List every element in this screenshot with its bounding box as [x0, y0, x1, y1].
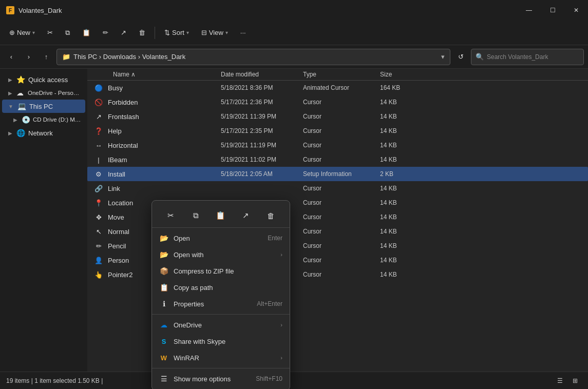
file-row[interactable]: ↗ Frontslash 5/19/2021 11:39 PM Cursor 1… — [87, 109, 588, 124]
file-icon: ✏ — [93, 241, 104, 251]
ctx-compress-zip-item[interactable]: 📦 Compress to ZIP file — [152, 263, 290, 279]
search-box[interactable]: 🔍 Search Volantes_Dark — [471, 49, 584, 65]
ctx-compress-icon: 📦 — [159, 266, 168, 276]
sidebar-item-onedrive[interactable]: ▶ ☁ OneDrive - Personal — [2, 86, 85, 100]
status-bar: 19 items | 1 item selected 1.50 KB | ☰ ⊞ — [0, 372, 588, 389]
ctx-onedrive-item[interactable]: ☁ OneDrive › — [152, 317, 290, 333]
file-type: Animated Cursor — [303, 84, 380, 91]
file-size: 14 KB — [380, 156, 421, 163]
ctx-winrar-item[interactable]: W WinRAR › — [152, 349, 290, 366]
file-size: 2 KB — [380, 170, 421, 178]
file-icon: 👆 — [93, 269, 104, 280]
ctx-copy-path-label: Copy as path — [174, 284, 282, 291]
file-type: Setup Information — [303, 170, 380, 178]
refresh-button[interactable]: ↺ — [453, 50, 468, 64]
view-button[interactable]: ⊟ View ▾ — [196, 26, 233, 40]
ctx-winrar-arrow-icon: › — [280, 355, 282, 361]
file-date: 5/17/2021 2:35 PM — [221, 127, 303, 134]
col-size-header[interactable]: Size — [380, 71, 421, 78]
file-row[interactable]: ❓ Help 5/17/2021 2:35 PM Cursor 14 KB — [87, 124, 588, 138]
ctx-more-options-item[interactable]: ☰ Show more options Shift+F10 — [152, 371, 290, 387]
ctx-copy-button[interactable]: ⧉ — [187, 207, 204, 224]
new-icon: ⊕ — [9, 29, 15, 36]
ctx-open-with-arrow-icon: › — [280, 251, 282, 258]
file-date: 5/17/2021 2:36 PM — [221, 99, 303, 106]
ctx-open-with-item[interactable]: 📂 Open with › — [152, 246, 290, 263]
ctx-properties-item[interactable]: ℹ Properties Alt+Enter — [152, 296, 290, 312]
cut-button[interactable]: ✂ — [42, 26, 58, 40]
sidebar-item-quick-access[interactable]: ▶ ⭐ Quick access — [2, 73, 85, 86]
delete-button[interactable]: 🗑 — [134, 26, 150, 40]
sidebar-item-cd-drive[interactable]: ▶ 💿 CD Drive (D:) Mobile... — [2, 113, 85, 126]
minimize-button[interactable]: — — [517, 0, 541, 21]
delete-icon: 🗑 — [139, 29, 145, 36]
ctx-open-label: Open — [174, 235, 262, 242]
file-size: 14 KB — [380, 271, 421, 278]
new-button[interactable]: ⊕ New ▾ — [4, 26, 40, 40]
share-icon: ↗ — [121, 29, 126, 36]
ctx-winrar-icon: W — [159, 353, 168, 362]
ctx-delete-button[interactable]: 🗑 — [262, 207, 280, 224]
file-size: 14 KB — [380, 228, 421, 235]
file-name: Horizontal — [108, 142, 221, 149]
address-input[interactable]: 📁 This PC › Downloads › Volantes_Dark ▾ — [56, 49, 450, 65]
status-bar-right: ☰ ⊞ — [553, 374, 582, 387]
ctx-skype-item[interactable]: S Share with Skype — [152, 333, 290, 349]
more-button[interactable]: ··· — [235, 26, 251, 40]
file-size: 14 KB — [380, 113, 421, 120]
ctx-delete-icon: 🗑 — [267, 211, 275, 220]
ctx-paste-button[interactable]: 📋 — [212, 207, 230, 224]
file-row[interactable]: 🔗 Link Cursor 14 KB — [87, 181, 588, 196]
app-icon: F — [6, 6, 14, 14]
forward-button[interactable]: › — [22, 50, 36, 64]
back-button[interactable]: ‹ — [4, 50, 18, 64]
rename-button[interactable]: ✏ — [98, 26, 113, 40]
paste-button[interactable]: 📋 — [77, 26, 96, 40]
col-type-header[interactable]: Type — [303, 71, 380, 78]
file-size: 14 KB — [380, 185, 421, 192]
close-button[interactable]: ✕ — [564, 0, 588, 21]
sort-icon: ⇅ — [164, 29, 170, 36]
sidebar-item-network[interactable]: ▶ 🌐 Network — [2, 126, 85, 140]
ctx-properties-icon: ℹ — [159, 299, 168, 308]
up-button[interactable]: ↑ — [39, 50, 53, 64]
ctx-copy-path-item[interactable]: 📋 Copy as path — [152, 279, 290, 296]
file-name: Help — [108, 127, 221, 135]
file-type: Cursor — [303, 127, 380, 134]
ctx-open-item[interactable]: 📂 Open Enter — [152, 230, 290, 246]
context-menu-icon-bar: ✂ ⧉ 📋 ↗ 🗑 — [152, 204, 290, 228]
sidebar-item-this-pc[interactable]: ▼ 💻 This PC — [2, 100, 85, 113]
grid-view-button[interactable]: ⊞ — [568, 374, 582, 387]
ctx-share-button[interactable]: ↗ — [237, 207, 255, 224]
file-row-install[interactable]: ⚙ Install 5/18/2021 2:05 AM Setup Inform… — [87, 167, 588, 181]
sort-button[interactable]: ⇅ Sort ▾ — [159, 26, 194, 40]
context-menu: ✂ ⧉ 📋 ↗ 🗑 📂 Open Enter 📂 Open with › 📦 C… — [151, 200, 290, 389]
file-type: Cursor — [303, 213, 380, 221]
sidebar-item-label: Quick access — [28, 76, 68, 84]
file-row[interactable]: 🚫 Forbidden 5/17/2021 2:36 PM Cursor 14 … — [87, 95, 588, 109]
network-icon: 🌐 — [16, 129, 25, 137]
sort-chevron-icon: ▾ — [186, 30, 189, 35]
file-size: 14 KB — [380, 199, 421, 206]
file-row[interactable]: ↔ Horizontal 5/19/2021 11:19 PM Cursor 1… — [87, 138, 588, 152]
file-row[interactable]: 🔵 Busy 5/18/2021 8:36 PM Animated Cursor… — [87, 81, 588, 95]
ctx-more-options-shortcut: Shift+F10 — [256, 375, 282, 382]
maximize-button[interactable]: ☐ — [541, 0, 564, 21]
copy-button[interactable]: ⧉ — [60, 26, 75, 40]
sidebar-item-label: CD Drive (D:) Mobile... — [33, 116, 81, 123]
search-icon: 🔍 — [476, 53, 484, 61]
cd-drive-expand-icon: ▶ — [13, 117, 17, 123]
col-name-header[interactable]: Name ∧ — [87, 71, 221, 78]
ctx-copy-path-icon: 📋 — [159, 283, 168, 292]
ctx-cut-button[interactable]: ✂ — [162, 207, 179, 224]
share-button[interactable]: ↗ — [116, 26, 131, 40]
new-chevron-icon: ▾ — [32, 30, 35, 35]
list-view-button[interactable]: ☰ — [553, 374, 566, 387]
file-row[interactable]: | IBeam 5/19/2021 11:02 PM Cursor 14 KB — [87, 152, 588, 167]
ctx-properties-shortcut: Alt+Enter — [257, 300, 282, 307]
file-date: 5/19/2021 11:39 PM — [221, 113, 303, 120]
col-date-header[interactable]: Date modified — [221, 71, 303, 78]
file-size: 14 KB — [380, 213, 421, 221]
file-size: 14 KB — [380, 257, 421, 264]
folder-icon: 📁 — [62, 53, 70, 61]
